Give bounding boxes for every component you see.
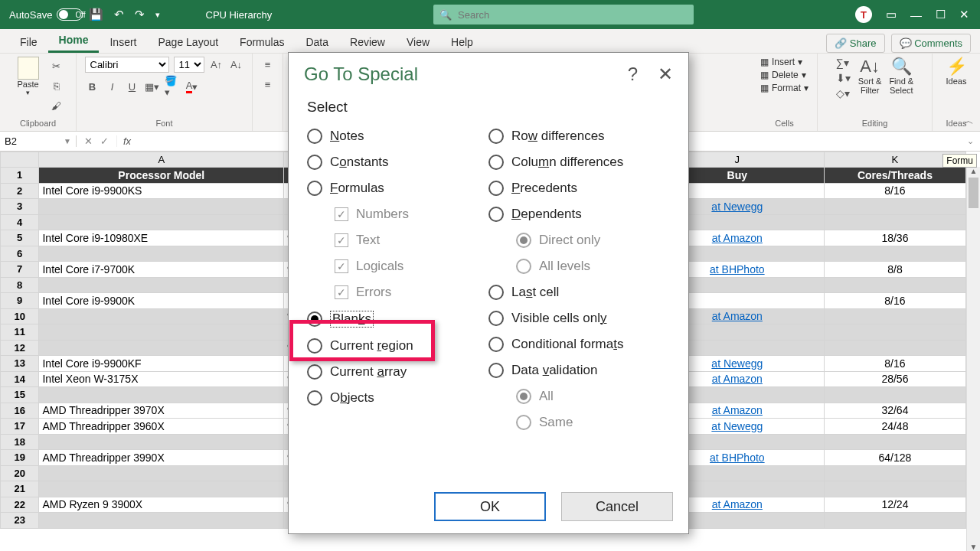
cell[interactable] [39,324,284,341]
option-data-validation[interactable]: Data validation [488,357,670,383]
redo-icon[interactable]: ↷ [135,8,145,21]
cell[interactable] [39,434,284,450]
cells-delete[interactable]: ▦Delete ▾ [760,70,808,80]
avatar[interactable]: T [855,6,872,23]
save-icon[interactable]: 💾 [89,8,103,21]
cell[interactable] [824,513,965,529]
row-header[interactable]: 23 [1,513,39,529]
row-header[interactable]: 14 [1,371,39,387]
cell[interactable]: AMD Threadripper 3960X [39,419,284,435]
cell[interactable]: Intel Core i9-9900KF [39,356,284,372]
decrease-font-icon[interactable]: A↓ [229,57,244,73]
cell[interactable]: 32/64 [824,403,965,419]
align-top-icon[interactable]: ≡ [260,57,276,72]
row-header[interactable]: 11 [1,324,39,341]
cell[interactable] [824,324,965,341]
cell[interactable]: 8/16 [824,183,965,199]
autosum-icon[interactable]: ∑▾ [836,57,851,69]
header-cell[interactable]: Processor Model [39,168,284,184]
autosave-toggle[interactable]: AutoSave Off [9,8,75,21]
row-header[interactable]: 8 [1,277,39,293]
enter-formula-icon[interactable]: ✓ [100,135,109,147]
cell[interactable] [39,481,284,497]
option-objects[interactable]: Objects [307,385,488,411]
tab-pagelayout[interactable]: Page Layout [147,31,229,53]
clear-icon[interactable]: ◇▾ [836,87,851,99]
cell[interactable]: Intel Core i9-9900K [39,293,284,309]
option-last-cell[interactable]: Last cell [488,279,670,305]
paste-button[interactable]: Paste ▾ [12,57,44,96]
font-color-icon[interactable]: A▾ [185,79,200,94]
cell[interactable]: 18/36 [824,230,965,246]
copy-icon[interactable]: ⎘ [49,78,64,93]
cell[interactable] [39,199,284,215]
cell[interactable] [824,465,965,481]
cell[interactable] [824,277,965,293]
qat-more-icon[interactable]: ▾ [155,10,160,20]
cell[interactable]: 8/16 [824,293,965,309]
fill-color-icon[interactable]: 🪣▾ [165,79,180,94]
cell[interactable]: Intel Core i9-10980XE [39,230,284,246]
row-header[interactable]: 17 [1,419,39,435]
row-header[interactable]: 19 [1,450,39,466]
cell[interactable] [824,434,965,450]
dialog-help-icon[interactable]: ? [628,64,638,85]
row-header[interactable]: 21 [1,481,39,497]
cell[interactable]: 24/48 [824,419,965,435]
cell[interactable] [39,387,284,403]
option-blanks[interactable]: Blanks [307,305,488,333]
row-header[interactable]: 4 [1,214,39,230]
scroll-up-icon[interactable]: ▲ [967,167,980,175]
cell[interactable] [824,387,965,403]
scroll-down-icon[interactable]: ▼ [967,543,980,551]
expand-formula-bar-icon[interactable]: ⌄ [961,136,980,146]
cell[interactable] [39,277,284,293]
row-header[interactable]: 7 [1,262,39,278]
ok-button[interactable]: OK [434,492,546,521]
tab-data[interactable]: Data [295,31,339,53]
scrollbar-thumb[interactable] [969,178,978,208]
option-current-region[interactable]: Current region [307,333,488,359]
cell[interactable]: 64/128 [824,450,965,466]
row-header[interactable]: 22 [1,497,39,513]
increase-font-icon[interactable]: A↑ [209,57,224,73]
cell[interactable]: Intel Core i9-9900KS [39,183,284,199]
row-header[interactable]: 5 [1,230,39,246]
row-header[interactable]: 9 [1,293,39,309]
dialog-close-icon[interactable]: ✕ [658,64,673,85]
cell[interactable] [824,340,965,356]
find-select-button[interactable]: 🔍 Find &Select [889,57,913,99]
sort-filter-button[interactable]: A↓ Sort &Filter [858,57,882,99]
font-size-select[interactable]: 11 [174,57,204,73]
maximize-icon[interactable]: ☐ [936,8,946,21]
row-header[interactable]: 16 [1,403,39,419]
share-button[interactable]: 🔗 Share [826,34,884,53]
option-constants[interactable]: Constants [307,149,488,175]
vertical-scrollbar[interactable]: ▲ ▼ [966,167,980,551]
tab-view[interactable]: View [396,31,440,53]
cell[interactable] [39,246,284,262]
option-dependents[interactable]: Dependents [488,201,670,227]
fx-icon[interactable]: fx [117,135,137,147]
bold-icon[interactable]: B [85,79,100,94]
cell[interactable]: AMD Threadripper 3990X [39,450,284,466]
select-all-corner[interactable] [1,152,39,168]
option-current-array[interactable]: Current array [307,359,488,385]
cell[interactable] [824,481,965,497]
option-visible-cells[interactable]: Visible cells only [488,305,670,331]
cell[interactable] [824,308,965,324]
border-icon[interactable]: ▦▾ [145,79,160,94]
undo-icon[interactable]: ↶ [114,8,124,21]
tab-insert[interactable]: Insert [99,31,147,53]
search-input[interactable] [458,9,688,21]
name-box[interactable]: B2 ▼ [0,135,77,147]
option-cond-formats[interactable]: Conditional formats [488,331,670,357]
search-box[interactable]: 🔍 [433,5,694,24]
option-formulas[interactable]: Formulas [307,175,488,201]
tab-help[interactable]: Help [440,31,484,53]
cut-icon[interactable]: ✂ [49,58,64,73]
cell[interactable]: Intel Xeon W-3175X [39,371,284,387]
cancel-formula-icon[interactable]: ✕ [84,135,93,147]
close-icon[interactable]: ✕ [959,8,969,21]
row-header[interactable]: 2 [1,183,39,199]
